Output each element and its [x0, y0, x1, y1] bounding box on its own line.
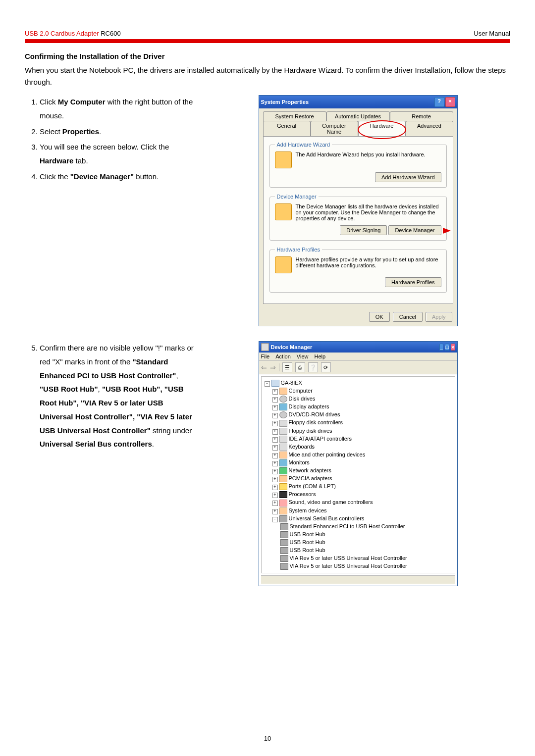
intro-text: When you start the Notebook PC, the driv…	[25, 64, 510, 88]
tab-computer-name[interactable]: Computer Name	[311, 121, 358, 136]
tree-node[interactable]: +Display adapters	[272, 403, 452, 410]
device-manager-button[interactable]: Device Manager	[388, 225, 441, 235]
hardware-profiles-group: Hardware Profiles Hardware profiles prov…	[269, 247, 447, 293]
s5-b4: Universal Serial Bus controllers	[40, 440, 152, 448]
tree-node[interactable]: +System devices	[272, 506, 452, 514]
tab-hardware[interactable]: Hardware	[358, 121, 406, 136]
tab-remote[interactable]: Remote	[390, 111, 453, 121]
close-icon[interactable]: ×	[445, 97, 455, 107]
cancel-button[interactable]: Cancel	[393, 312, 423, 322]
step-item: Click the "Device Manager" button.	[40, 170, 196, 184]
sp-title: System Properties	[261, 99, 309, 105]
dm-text: The Device Manager lists all the hardwar…	[296, 203, 441, 221]
tree-node[interactable]: +Ports (COM & LPT)	[272, 482, 452, 490]
usb-icon	[280, 539, 288, 546]
help-icon[interactable]: ❔	[308, 362, 318, 372]
step-item: You will see the screen below. Click the…	[40, 140, 196, 168]
maximize-icon[interactable]: □	[445, 344, 449, 351]
device-manager-icon	[275, 203, 292, 220]
print-icon[interactable]: ⎙	[295, 362, 305, 372]
section-title: Confirming the Installation of the Drive…	[25, 52, 510, 60]
tree-leaf[interactable]: USB Root Hub	[280, 538, 452, 546]
tree-node[interactable]: +DVD/CD-ROM drives	[272, 410, 452, 418]
device-manager-window: Device Manager _ □ × FileActionViewHelp …	[259, 341, 458, 586]
tree-node[interactable]: +Mice and other pointing devices	[272, 451, 452, 458]
product-model: RC600	[101, 30, 120, 37]
tab-system-restore[interactable]: System Restore	[263, 111, 326, 121]
statusbar	[261, 575, 455, 584]
sp-body: Add Hardware Wizard The Add Hardware Wiz…	[263, 136, 453, 304]
device-icon	[279, 459, 287, 466]
back-icon[interactable]: ⇐	[261, 363, 267, 371]
root-node[interactable]: -GA-8IEX +Computer+Disk drives+Display a…	[265, 379, 452, 570]
s5-t2: string under	[153, 426, 192, 435]
steps-list-2: Confirm there are no visible yellow "!" …	[25, 341, 196, 451]
tab-general[interactable]: General	[263, 121, 311, 136]
tree-node[interactable]: +IDE ATA/ATAPI controllers	[272, 435, 452, 443]
apply-button[interactable]: Apply	[426, 312, 452, 322]
dm-legend: Device Manager	[275, 194, 319, 200]
tree-node[interactable]: +Disk drives	[272, 395, 452, 403]
page-number: 10	[0, 735, 535, 742]
device-manager-group: Device Manager The Device Manager lists …	[269, 194, 447, 241]
computer-icon	[271, 380, 279, 387]
device-icon	[279, 444, 287, 451]
tree-node[interactable]: +PCMCIA adapters	[272, 474, 452, 482]
tab-advanced[interactable]: Advanced	[406, 121, 453, 136]
help-icon[interactable]: ?	[434, 97, 444, 107]
s5-b2: "USB Root Hub"	[40, 385, 98, 393]
tree-node[interactable]: +Floppy disk drives	[272, 427, 452, 435]
menu-file[interactable]: File	[261, 353, 270, 359]
s5-t1: Confirm there are no visible yellow "!" …	[40, 344, 194, 366]
tree-node[interactable]: +Sound, video and game controllers	[272, 498, 452, 506]
device-icon	[279, 475, 287, 482]
root-label: GA-8IEX	[281, 380, 302, 386]
ahw-legend: Add Hardware Wizard	[275, 142, 332, 148]
minimize-icon[interactable]: _	[439, 344, 443, 351]
dm-menubar[interactable]: FileActionViewHelp	[259, 353, 457, 361]
device-tree[interactable]: -GA-8IEX +Computer+Disk drives+Display a…	[261, 376, 455, 573]
tree-node[interactable]: +Floppy disk controllers	[272, 418, 452, 426]
close-icon[interactable]: ×	[451, 344, 455, 351]
hardware-profiles-icon	[275, 256, 292, 273]
tree-leaf[interactable]: VIA Rev 5 or later USB Universal Host Co…	[280, 554, 452, 562]
tree-node[interactable]: +Processors	[272, 490, 452, 498]
ahw-text: The Add Hardware Wizard helps you instal…	[296, 151, 441, 157]
hardware-profiles-button[interactable]: Hardware Profiles	[385, 277, 441, 287]
device-icon	[279, 500, 287, 506]
tree-node-usb[interactable]: -Universal Serial Bus controllersStandar…	[272, 514, 452, 570]
menu-view[interactable]: View	[297, 353, 309, 359]
ok-button[interactable]: OK	[369, 312, 390, 322]
tree-node[interactable]: +Computer	[272, 387, 452, 395]
tree-node[interactable]: +Network adapters	[272, 466, 452, 474]
properties-icon[interactable]: ☰	[282, 362, 292, 372]
device-icon	[279, 491, 287, 498]
product-name-red: USB 2.0 Cardbus Adapter	[25, 30, 99, 37]
add-hardware-wizard-group: Add Hardware Wizard The Add Hardware Wiz…	[269, 142, 447, 188]
tree-leaf[interactable]: USB Root Hub	[280, 546, 452, 554]
sp-tabs: System RestoreAutomatic UpdatesRemote Ge…	[259, 108, 457, 136]
add-hardware-wizard-button[interactable]: Add Hardware Wizard	[375, 172, 441, 182]
tree-leaf[interactable]: VIA Rev 5 or later USB Universal Host Co…	[280, 562, 452, 570]
tree-leaf[interactable]: USB Root Hub	[280, 530, 452, 538]
menu-action[interactable]: Action	[275, 353, 291, 359]
usb-icon	[280, 523, 288, 530]
tab-automatic-updates[interactable]: Automatic Updates	[326, 111, 390, 121]
forward-icon[interactable]: ⇒	[270, 363, 276, 371]
tree-leaf[interactable]: Standard Enhanced PCI to USB Host Contro…	[280, 522, 452, 530]
device-icon	[279, 467, 287, 474]
scan-icon[interactable]: ⟳	[321, 362, 331, 372]
device-icon	[279, 396, 287, 403]
device-icon	[279, 428, 287, 435]
usb-icon	[279, 515, 287, 522]
tree-node[interactable]: +Keyboards	[272, 443, 452, 451]
usb-icon	[280, 563, 288, 570]
driver-signing-button[interactable]: Driver Signing	[340, 225, 387, 235]
hp-text: Hardware profiles provide a way for you …	[296, 256, 441, 268]
usb-icon	[280, 531, 288, 538]
step-item: Select Properties.	[40, 125, 196, 139]
tree-node[interactable]: +Monitors	[272, 458, 452, 466]
step-5: Confirm there are no visible yellow "!" …	[40, 341, 196, 451]
menu-help[interactable]: Help	[314, 353, 325, 359]
divider-bar	[25, 39, 510, 43]
